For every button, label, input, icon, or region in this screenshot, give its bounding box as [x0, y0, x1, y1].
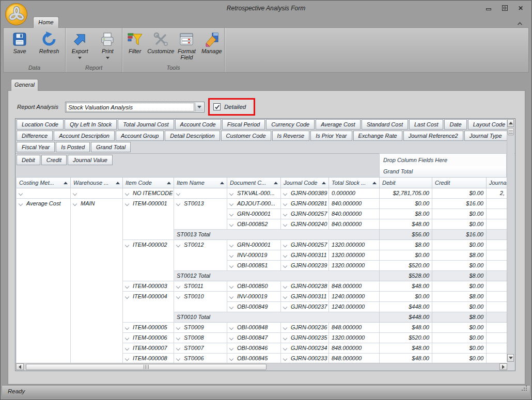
grid-cell[interactable]: $8.00: [380, 209, 432, 219]
scroll-left-button[interactable]: [16, 363, 24, 370]
grid-cell[interactable]: GJRN-000233: [281, 354, 329, 364]
expand-chevron-icon[interactable]: [126, 336, 130, 340]
resize-grip[interactable]: [522, 390, 523, 391]
print-button[interactable]: Print: [94, 31, 121, 59]
grid-cell[interactable]: [487, 240, 508, 250]
expand-chevron-icon[interactable]: [230, 191, 234, 196]
grid-cell[interactable]: 1320.000000: [329, 250, 380, 261]
expand-chevron-icon[interactable]: [177, 336, 181, 340]
grand-total-column-header[interactable]: Grand Total: [379, 167, 507, 178]
grid-cell[interactable]: NO ITEMCODE: [123, 188, 174, 199]
expand-chevron-icon[interactable]: [230, 222, 234, 227]
field-chip-difference[interactable]: Difference: [17, 131, 53, 141]
column-header-item-name[interactable]: Item Name: [174, 178, 227, 188]
save-button[interactable]: Save: [6, 31, 33, 54]
field-chip-grand-total[interactable]: Grand Total: [91, 142, 131, 152]
field-chip-customer-code[interactable]: Customer Code: [221, 131, 271, 141]
grid-cell[interactable]: [487, 302, 508, 312]
expand-chevron-icon[interactable]: [126, 243, 130, 247]
expand-chevron-icon[interactable]: [177, 243, 181, 247]
expand-chevron-icon[interactable]: [126, 202, 130, 206]
data-field-chip-debit[interactable]: Debit: [17, 155, 40, 165]
grid-cell[interactable]: ST0008: [174, 333, 227, 343]
grid-cell[interactable]: [17, 188, 71, 199]
grid-cell[interactable]: 840.000000: [329, 209, 380, 219]
grid-cell[interactable]: ST0010: [174, 292, 227, 312]
chevron-up-icon[interactable]: [517, 19, 523, 28]
grid-cell[interactable]: [174, 188, 227, 199]
grid-cell[interactable]: $0.00: [432, 188, 487, 199]
expand-chevron-icon[interactable]: [284, 295, 288, 299]
grid-cell[interactable]: GJRN-000236: [281, 323, 329, 333]
grid-cell[interactable]: $0.00: [432, 240, 487, 250]
expand-chevron-icon[interactable]: [284, 326, 288, 330]
grid-cell[interactable]: GRN-000001: [227, 209, 281, 219]
expand-chevron-icon[interactable]: [177, 326, 181, 330]
field-chip-is-posted[interactable]: Is Posted: [56, 142, 90, 152]
column-header-debit[interactable]: Debit: [380, 178, 432, 188]
maximize-icon[interactable]: [501, 5, 508, 11]
grid-cell[interactable]: [487, 199, 508, 209]
grid-cell[interactable]: $0.00: [432, 323, 487, 333]
grid-cell[interactable]: $16.00: [432, 199, 487, 209]
grid-cell[interactable]: STKVAL-000...: [227, 188, 281, 199]
expand-chevron-icon[interactable]: [177, 346, 181, 350]
scroll-down-button[interactable]: [507, 354, 514, 362]
grid-cell[interactable]: $0.00: [380, 292, 432, 302]
grid-cell[interactable]: [487, 333, 508, 343]
grid-cell[interactable]: ST0009: [174, 323, 227, 333]
grid-cell[interactable]: $0.00: [432, 219, 487, 230]
grid-cell[interactable]: $48.00: [380, 354, 432, 364]
grid-cell[interactable]: $448.00: [380, 302, 432, 312]
grid-cell[interactable]: OBI-000847: [227, 333, 281, 343]
grid-cell[interactable]: $0.00: [432, 354, 487, 364]
grid-cell[interactable]: GJRN-000238: [281, 281, 329, 292]
grid-cell[interactable]: 1320.000000: [329, 261, 380, 271]
total-cell[interactable]: ST0013 Total: [174, 230, 380, 240]
grid-cell[interactable]: $0.00: [432, 333, 487, 343]
grid-cell[interactable]: $0.00: [432, 281, 487, 292]
field-chip-is-reverse[interactable]: Is Reverse: [272, 131, 310, 141]
expand-chevron-icon[interactable]: [284, 191, 288, 196]
total-cell[interactable]: $16.00: [432, 230, 487, 240]
grid-cell[interactable]: Average Cost: [17, 199, 71, 364]
expand-chevron-icon[interactable]: [284, 346, 288, 350]
grid-cell[interactable]: MAIN: [71, 199, 123, 364]
field-chip-layout-code[interactable]: Layout Code: [468, 119, 510, 130]
drop-column-fields-hint[interactable]: Drop Column Fields Here: [379, 153, 507, 167]
grid-cell[interactable]: GJRN-000257: [281, 240, 329, 250]
expand-chevron-icon[interactable]: [19, 191, 23, 196]
grid-cell[interactable]: $48.00: [380, 343, 432, 354]
field-chip-account-group[interactable]: Account Group: [116, 131, 164, 141]
expand-chevron-icon[interactable]: [126, 357, 130, 361]
grid-cell[interactable]: 848.000000: [329, 354, 380, 364]
grid-cell[interactable]: GJRN-000389: [281, 188, 329, 199]
expand-chevron-icon[interactable]: [230, 264, 234, 268]
expand-chevron-icon[interactable]: [126, 295, 130, 299]
total-cell[interactable]: [487, 271, 508, 281]
grid-cell[interactable]: OBI-000846: [227, 343, 281, 354]
vertical-scroll-thumb[interactable]: [508, 128, 514, 135]
grid-cell[interactable]: INV-000019: [227, 292, 281, 302]
grid-cell[interactable]: GJRN-000311: [281, 292, 329, 302]
expand-chevron-icon[interactable]: [177, 202, 181, 206]
grid-cell[interactable]: ST0006: [174, 354, 227, 364]
close-icon[interactable]: ✕: [517, 5, 524, 11]
grid-cell[interactable]: GJRN-000257: [281, 209, 329, 219]
column-header-document-c[interactable]: Document C...: [227, 178, 281, 188]
grid-cell[interactable]: GJRN-000239: [281, 261, 329, 271]
total-cell[interactable]: $528.00: [380, 271, 432, 281]
grid-cell[interactable]: 840.000000: [329, 199, 380, 209]
grid-cell[interactable]: GRN-000001: [227, 240, 281, 250]
grid-cell[interactable]: $0.00: [432, 343, 487, 354]
scroll-up-button[interactable]: [507, 119, 514, 127]
expand-chevron-icon[interactable]: [73, 191, 77, 196]
export-button[interactable]: Export: [67, 31, 93, 59]
expand-chevron-icon[interactable]: [177, 191, 181, 196]
total-cell[interactable]: [487, 230, 508, 240]
field-chip-average-cost[interactable]: Average Cost: [316, 119, 360, 130]
expand-chevron-icon[interactable]: [230, 305, 234, 309]
grid-cell[interactable]: OBI-000845: [227, 354, 281, 364]
grid-cell[interactable]: GJRN-000234: [281, 343, 329, 354]
grid-cell[interactable]: $48.00: [380, 323, 432, 333]
